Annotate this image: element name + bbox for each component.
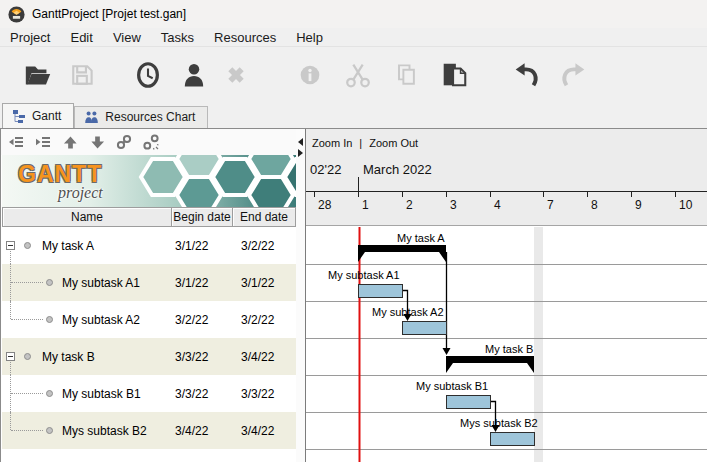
person-icon [180, 60, 208, 90]
day-label: 2 [406, 198, 413, 212]
day-tick [358, 191, 359, 197]
day-label: 10 [679, 198, 692, 212]
month-label-march: March 2022 [363, 162, 432, 177]
save-project-button [66, 59, 98, 91]
column-header-end-date[interactable]: End date [232, 207, 296, 227]
redo-button [558, 59, 590, 91]
summary-task-bar[interactable] [446, 356, 534, 373]
main-area: GANTT project Name Begin date End date M… [0, 128, 707, 462]
task-bar[interactable] [447, 396, 491, 409]
table-row[interactable]: My subtask B13/3/223/3/22 [2, 375, 297, 412]
task-bar-label: My task B [485, 343, 533, 355]
task-name-cell: My subtask A2 [62, 301, 140, 338]
tab-resources-chart[interactable]: Resources Chart [74, 106, 208, 128]
splitter-collapse-right-icon[interactable] [298, 149, 303, 157]
task-bar[interactable] [359, 285, 403, 298]
menu-tasks[interactable]: Tasks [151, 29, 204, 46]
app-logo-icon [8, 6, 25, 23]
arrow-down-icon [90, 135, 105, 150]
menu-project[interactable]: Project [0, 29, 60, 46]
end-date-cell: 3/1/22 [241, 264, 301, 301]
table-row[interactable]: My subtask A13/1/223/1/22 [2, 264, 297, 301]
view-tabs: Gantt Resources Chart [0, 102, 707, 128]
delete-button [220, 59, 252, 91]
splitter-collapse-left-icon[interactable] [298, 138, 303, 146]
chain-link-icon [116, 134, 132, 150]
task-name-cell: My subtask B1 [62, 375, 141, 412]
begin-date-cell: 3/1/22 [175, 227, 235, 264]
task-bar[interactable] [403, 322, 447, 335]
title-bar: GanttProject [Projet test.gan] [0, 0, 707, 28]
panel-splitter[interactable] [296, 129, 305, 462]
link-tasks-button[interactable] [115, 133, 133, 151]
task-bar-label: My subtask A1 [328, 269, 400, 281]
timescale-divider [306, 191, 707, 192]
menu-view[interactable]: View [103, 29, 151, 46]
tree-line [10, 412, 11, 430]
properties-button [294, 59, 326, 91]
month-boundary-tick [358, 177, 359, 191]
paste-button[interactable] [438, 59, 470, 91]
outdent-button[interactable] [7, 133, 25, 151]
task-name-cell: Mys subtask B2 [62, 412, 147, 449]
month-label-february: 02'22 [310, 162, 341, 177]
tab-gantt-label: Gantt [32, 109, 61, 123]
table-row[interactable]: Mys subtask B23/4/223/4/22 [2, 412, 297, 449]
dependency-arrowhead-icon [443, 348, 451, 355]
table-row[interactable]: My task A3/1/223/2/22 [2, 227, 297, 264]
main-toolbar [0, 47, 707, 102]
move-down-button[interactable] [88, 133, 106, 151]
tree-line [11, 282, 43, 283]
task-bar-label: My subtask A2 [372, 306, 444, 318]
zoom-out-link[interactable]: Zoom Out [369, 137, 418, 149]
table-row[interactable]: My subtask A23/2/223/2/22 [2, 301, 297, 338]
menu-edit[interactable]: Edit [60, 29, 102, 46]
new-task-button[interactable] [132, 59, 164, 91]
redo-arrow-icon [559, 60, 589, 90]
new-resource-button[interactable] [178, 59, 210, 91]
begin-date-cell: 3/2/22 [175, 301, 235, 338]
table-body: My task A3/1/223/2/22My subtask A13/1/22… [2, 227, 297, 462]
column-header-begin-date[interactable]: Begin date [171, 207, 233, 227]
task-name-cell: My subtask A1 [62, 264, 140, 301]
undo-button[interactable] [510, 59, 542, 91]
tab-gantt[interactable]: Gantt [2, 103, 74, 128]
task-bullet-icon [24, 353, 31, 360]
day-label: 8 [591, 198, 598, 212]
column-header-name[interactable]: Name [2, 207, 172, 227]
tree-line [11, 393, 43, 394]
cut-button [342, 59, 374, 91]
unlink-tasks-button[interactable] [142, 133, 160, 151]
gantt-chart-panel: Zoom In | Zoom Out 02'22 March 2022 2812… [305, 129, 707, 462]
scissors-icon [343, 60, 373, 90]
logo-project-text: project [58, 184, 103, 202]
move-up-button[interactable] [61, 133, 79, 151]
menu-resources[interactable]: Resources [204, 29, 286, 46]
task-name-cell: My task A [42, 227, 94, 264]
day-tick [543, 191, 544, 197]
clipboard-paste-icon [439, 60, 469, 90]
tree-line [11, 430, 43, 431]
day-label: 28 [318, 198, 331, 212]
task-bar-label: Mys subtask B2 [460, 417, 538, 429]
day-tick [314, 191, 315, 197]
people-icon [84, 110, 99, 124]
copy-icon [392, 61, 420, 89]
open-project-button[interactable] [22, 59, 54, 91]
end-date-cell: 3/2/22 [241, 227, 301, 264]
menu-help[interactable]: Help [286, 29, 333, 46]
tree-line [10, 251, 11, 264]
end-date-cell: 3/4/22 [241, 412, 301, 449]
zoom-in-link[interactable]: Zoom In [312, 137, 352, 149]
task-name-cell: My task B [42, 338, 95, 375]
tree-line [10, 301, 11, 319]
indent-button[interactable] [34, 133, 52, 151]
tree-expander-collapse[interactable] [6, 352, 15, 361]
task-bar[interactable] [491, 433, 535, 446]
undo-arrow-icon [511, 60, 541, 90]
table-row[interactable]: My task B3/3/223/4/22 [2, 338, 297, 375]
summary-task-bar[interactable] [358, 245, 446, 262]
tree-expander-collapse[interactable] [6, 241, 15, 250]
task-bullet-icon [46, 390, 53, 397]
window-title: GanttProject [Projet test.gan] [32, 7, 186, 21]
